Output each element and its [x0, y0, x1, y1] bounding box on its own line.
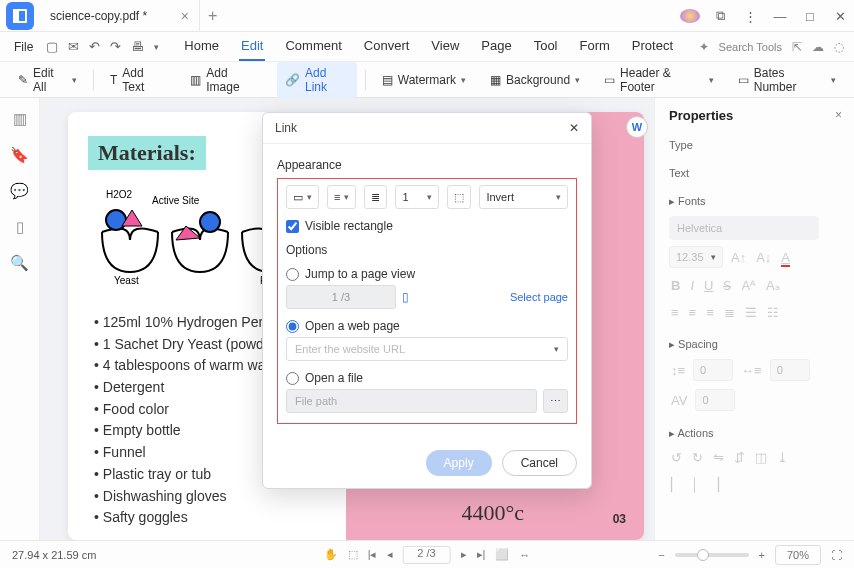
menu-view[interactable]: View [429, 32, 461, 61]
highlight-mode-select[interactable]: Invert▾ [479, 185, 568, 209]
window-maximize-icon[interactable]: □ [800, 9, 820, 24]
align-justify-icon[interactable]: ≣ [722, 303, 737, 322]
select-page-link[interactable]: Select page [510, 291, 568, 303]
last-page-icon[interactable]: ▸| [477, 548, 486, 561]
rotate-right-icon[interactable]: ↻ [690, 448, 705, 467]
italic-icon[interactable]: I [688, 276, 696, 295]
bold-icon[interactable]: B [669, 276, 682, 295]
new-tab-button[interactable]: + [208, 7, 217, 25]
more-quick-icon[interactable]: ▾ [151, 39, 162, 55]
font-decrease-icon[interactable]: A↓ [754, 248, 773, 267]
bookmarks-icon[interactable]: 🔖 [10, 146, 29, 164]
dialog-close-icon[interactable]: ✕ [569, 121, 579, 135]
bates-number-button[interactable]: ▭ Bates Number▾ [730, 62, 844, 98]
jump-page-radio[interactable] [286, 268, 299, 281]
add-image-button[interactable]: ▥ Add Image [182, 62, 269, 98]
align-center-icon[interactable]: ≡ [687, 303, 699, 322]
header-footer-button[interactable]: ▭ Header & Footer▾ [596, 62, 722, 98]
search-tools-placeholder[interactable]: Search Tools [719, 41, 782, 53]
save-icon[interactable]: ▢ [43, 36, 61, 57]
close-tab-icon[interactable]: × [181, 8, 189, 24]
window-close-icon[interactable]: ✕ [830, 9, 850, 24]
extract-icon[interactable]: ⤓ [775, 448, 790, 467]
cancel-button[interactable]: Cancel [502, 450, 577, 476]
add-link-button[interactable]: 🔗 Add Link [277, 62, 357, 98]
horiz-scale-icon[interactable]: AV [669, 391, 689, 410]
select-page-icon[interactable]: ▯ [402, 290, 409, 304]
align-left-icon[interactable]: ≡ [669, 303, 681, 322]
apply-button[interactable]: Apply [426, 450, 492, 476]
align-right-icon[interactable]: ≡ [704, 303, 716, 322]
undo-icon[interactable]: ↶ [86, 36, 103, 57]
zoom-value[interactable]: 70% [775, 545, 821, 565]
horiz-scale-value[interactable]: 0 [695, 389, 735, 411]
window-minimize-icon[interactable]: — [770, 9, 790, 24]
superscript-icon[interactable]: Aᴬ [739, 276, 758, 295]
zoom-out-icon[interactable]: − [658, 549, 664, 561]
url-input[interactable]: Enter the website URL▾ [286, 337, 568, 361]
prev-page-icon[interactable]: ◂ [387, 548, 393, 561]
link-style-select[interactable]: ▭ ▾ [286, 185, 319, 209]
open-web-radio[interactable] [286, 320, 299, 333]
background-button[interactable]: ▦ Background▾ [482, 69, 588, 91]
page-input[interactable]: 2 /3 [403, 546, 451, 564]
page-number-field[interactable]: 1 /3 [286, 285, 396, 309]
share-icon[interactable]: ⧉ [710, 8, 730, 24]
line-spacing-icon[interactable]: ↕≡ [669, 361, 687, 380]
browse-file-button[interactable]: ⋯ [543, 389, 568, 413]
menu-comment[interactable]: Comment [283, 32, 343, 61]
edit-all-button[interactable]: ✎ Edit All▾ [10, 62, 85, 98]
crop-icon[interactable]: ◫ [753, 448, 769, 467]
menu-tool[interactable]: Tool [532, 32, 560, 61]
zoom-in-icon[interactable]: + [759, 549, 765, 561]
hand-tool-icon[interactable]: ✋ [324, 548, 338, 561]
font-increase-icon[interactable]: A↑ [729, 248, 748, 267]
fit-width-icon[interactable]: ↔ [519, 549, 530, 561]
thumbnails-icon[interactable]: ▥ [13, 110, 27, 128]
attachments-icon[interactable]: ▯ [16, 218, 24, 236]
line-style-select[interactable]: ≡ ▾ [327, 185, 356, 209]
comments-icon[interactable]: 💬 [10, 182, 29, 200]
redo-icon[interactable]: ↷ [107, 36, 124, 57]
menu-form[interactable]: Form [578, 32, 612, 61]
select-tool-icon[interactable]: ⬚ [348, 548, 358, 561]
first-page-icon[interactable]: |◂ [368, 548, 377, 561]
close-panel-icon[interactable]: × [835, 108, 842, 122]
premium-icon[interactable] [680, 9, 700, 23]
bullet-list-icon[interactable]: ☰ [743, 303, 759, 322]
font-size-select[interactable]: 12.35 ▾ [669, 246, 723, 268]
menu-protect[interactable]: Protect [630, 32, 675, 61]
font-family-select[interactable]: Helvetica [669, 216, 819, 240]
file-path-input[interactable]: File path [286, 389, 537, 413]
cloud-icon[interactable]: ☁ [812, 40, 824, 54]
align-obj-center-icon[interactable]: │ [689, 475, 701, 494]
menu-convert[interactable]: Convert [362, 32, 412, 61]
search-icon[interactable]: 🔍 [10, 254, 29, 272]
font-color-icon[interactable]: A [779, 248, 792, 267]
line-weight-icon[interactable]: ≣ [364, 185, 387, 209]
line-spacing-value[interactable]: 0 [693, 359, 733, 381]
underline-icon[interactable]: U [702, 276, 715, 295]
strike-icon[interactable]: S̶ [721, 276, 733, 295]
mail-icon[interactable]: ✉ [65, 36, 82, 57]
flip-v-icon[interactable]: ⇵ [732, 448, 747, 467]
fit-page-icon[interactable]: ⬜ [495, 548, 509, 561]
zoom-slider[interactable] [675, 553, 749, 557]
kebab-menu-icon[interactable]: ⋮ [740, 9, 760, 24]
menu-edit[interactable]: Edit [239, 32, 265, 61]
word-export-badge[interactable]: W [626, 116, 648, 138]
file-menu[interactable]: File [8, 36, 39, 58]
highlight-style-icon[interactable]: ⬚ [447, 185, 471, 209]
help-icon[interactable]: ◌ [834, 40, 844, 54]
char-spacing-icon[interactable]: ↔≡ [739, 361, 764, 380]
fullscreen-icon[interactable]: ⛶ [831, 549, 842, 561]
watermark-button[interactable]: ▤ Watermark▾ [374, 69, 474, 91]
open-file-radio[interactable] [286, 372, 299, 385]
flip-h-icon[interactable]: ⇋ [711, 448, 726, 467]
print-icon[interactable]: 🖶 [128, 36, 147, 57]
visible-rectangle-checkbox[interactable]: Visible rectangle [286, 219, 568, 233]
add-text-button[interactable]: T Add Text [102, 62, 174, 98]
char-spacing-value[interactable]: 0 [770, 359, 810, 381]
ai-icon[interactable]: ✦ [699, 40, 709, 54]
subscript-icon[interactable]: Aₐ [764, 276, 782, 295]
